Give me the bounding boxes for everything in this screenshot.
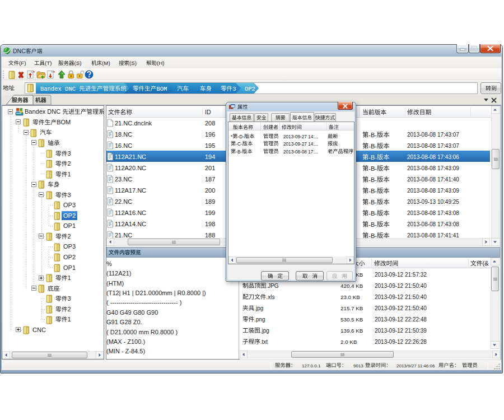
svg-text:(T12| H1 | D21.0000mm | R0.800: (T12| H1 | D21.0000mm | R0.8000 |) — [106, 290, 206, 296]
svg-text:2013-09-13 10:49:25: 2013-09-13 10:49:25 — [407, 199, 459, 205]
svg-text:201: 201 — [205, 165, 215, 171]
svg-text:3: 3 — [67, 150, 71, 157]
svg-text:(HTM): (HTM) — [106, 280, 124, 287]
svg-text:OP2: OP2 — [63, 212, 76, 219]
svg-text:2013/9/27 11:46:06: 2013/9/27 11:46:06 — [396, 363, 435, 368]
svg-text:OP2: OP2 — [63, 254, 76, 260]
svg-text:-B-: -B- — [368, 221, 377, 227]
svg-text:187: 187 — [205, 176, 215, 183]
svg-text:*: * — [231, 134, 233, 139]
svg-text:OP1: OP1 — [63, 222, 76, 229]
svg-text:.xls: .xls — [266, 294, 274, 300]
svg-text:G91 G28 Z0.: G91 G28 Z0. — [106, 319, 142, 325]
svg-text:2013-08-08 17:43:09: 2013-08-08 17:43:09 — [407, 165, 459, 171]
svg-text:3: 3 — [232, 86, 236, 92]
svg-text:2013-08-08 17:41:40: 2013-08-08 17:41:40 — [407, 176, 459, 183]
svg-text:139.6 KB: 139.6 KB — [340, 328, 363, 334]
svg-text:2013-09-12 21:50:40: 2013-09-12 21:50:40 — [375, 305, 427, 311]
svg-text:23.0 KB: 23.0 KB — [340, 294, 360, 300]
svg-text:2013-09-12 21:50:40: 2013-09-12 21:50:40 — [375, 294, 427, 300]
svg-text:2013-09-12 22:22:48: 2013-09-12 22:22:48 — [375, 316, 427, 323]
svg-text:-B-: -B- — [368, 142, 377, 149]
svg-text:-B-: -B- — [368, 165, 377, 171]
svg-text:-B-: -B- — [368, 209, 377, 216]
svg-text:%: % — [106, 260, 112, 267]
svg-text:-B-: -B- — [236, 149, 242, 154]
svg-text:127.0.0.1: 127.0.0.1 — [302, 363, 321, 368]
svg-text:.txt: .txt — [260, 339, 268, 345]
svg-text:1: 1 — [67, 274, 71, 281]
svg-text:22.NC: 22.NC — [115, 198, 132, 205]
svg-text:2013-08-08 17:43:07: 2013-08-08 17:43:07 — [407, 132, 459, 138]
svg-text:2013-09-12 21:50:40: 2013-09-12 21:50:40 — [375, 283, 427, 289]
svg-text:G40 G49 G80 G90: G40 G49 G80 G90 — [106, 309, 158, 316]
svg-text:(H): (H) — [157, 60, 165, 66]
svg-text:2013-09-12 22:26:28: 2013-09-12 22:26:28 — [375, 339, 427, 345]
svg-text:196: 196 — [205, 131, 215, 138]
svg-text:.jpg: .jpg — [254, 305, 263, 311]
svg-text:215.7 KB: 215.7 KB — [340, 305, 363, 311]
svg-text:2013-08-08 17:43:08: 2013-08-08 17:43:08 — [407, 210, 459, 216]
svg-text:112A17.NC: 112A17.NC — [115, 187, 146, 194]
svg-text:21.NC.dnclnk: 21.NC.dnclnk — [115, 120, 152, 127]
svg-text:2013-08-08 17:...: 2013-08-08 17:... — [283, 149, 318, 154]
svg-text:-C-: -C- — [236, 142, 242, 147]
svg-text:2013-08-08 17:43:09: 2013-08-08 17:43:09 — [407, 188, 459, 194]
svg-text:.jpg: .jpg — [260, 328, 269, 334]
svg-text:198: 198 — [205, 221, 215, 227]
svg-text:200: 200 — [205, 187, 215, 194]
svg-text:.JPG: .JPG — [266, 283, 278, 289]
svg-text:420.4 KB: 420.4 KB — [340, 283, 363, 289]
svg-text:112A14.NC: 112A14.NC — [115, 221, 146, 227]
svg-text:112A21.NC: 112A21.NC — [115, 153, 146, 160]
svg-text:CNC: CNC — [32, 326, 46, 333]
svg-text:23.NC: 23.NC — [115, 176, 132, 183]
svg-text:-B-: -B- — [368, 176, 377, 183]
svg-text:OP2: OP2 — [245, 86, 255, 92]
svg-text:-B-: -B- — [368, 187, 377, 194]
svg-text:194: 194 — [205, 153, 215, 160]
svg-text:(&: (& — [483, 260, 489, 267]
svg-text:189: 189 — [205, 198, 215, 205]
svg-text:195: 195 — [205, 142, 215, 149]
svg-text:2013-09-27 14:...: 2013-09-27 14:... — [283, 134, 318, 139]
svg-text:BOM: BOM — [57, 119, 71, 125]
svg-text:1: 1 — [67, 316, 71, 323]
svg-text:16.NC: 16.NC — [115, 142, 132, 149]
svg-text:(112A21): (112A21) — [106, 270, 131, 277]
svg-text:OP1: OP1 — [63, 264, 76, 271]
svg-text:( D21.0000 mm R0.8000 ): ( D21.0000 mm R0.8000 ) — [106, 329, 178, 335]
svg-text:( ----------------------------: ( --------------------------------- ) — [106, 300, 181, 306]
svg-text:112A16.NC: 112A16.NC — [115, 209, 146, 216]
svg-text:2013-08-08 17:43:08: 2013-08-08 17:43:08 — [407, 221, 459, 227]
svg-text:2013-08-08 17:43:06: 2013-08-08 17:43:06 — [407, 154, 459, 160]
svg-text:3: 3 — [67, 295, 71, 302]
svg-text:-B-: -B- — [368, 153, 377, 160]
svg-text:199: 199 — [205, 209, 215, 216]
svg-text:OP3: OP3 — [63, 244, 76, 250]
svg-text:Bandex DNC: Bandex DNC — [40, 86, 76, 92]
svg-text:BOM: BOM — [156, 86, 167, 92]
svg-text:2013-08-08 17:43:07: 2013-08-08 17:43:07 — [407, 143, 459, 149]
svg-text:-B-: -B- — [368, 198, 377, 205]
svg-text:(T): (T) — [45, 60, 52, 66]
svg-text:9013: 9013 — [353, 363, 363, 368]
svg-text:(S): (S) — [129, 60, 137, 66]
svg-text:2: 2 — [67, 233, 71, 240]
svg-text:-D-: -D- — [238, 134, 245, 139]
svg-text:(F): (F) — [19, 60, 26, 66]
svg-text:2: 2 — [67, 160, 71, 167]
svg-text:(MAX - Z100.): (MAX - Z100.) — [106, 338, 145, 345]
svg-text:DNC: DNC — [13, 48, 26, 54]
svg-text:2013-09-12 21:57:32: 2013-09-12 21:57:32 — [375, 272, 427, 278]
svg-text:(M): (M) — [102, 60, 110, 66]
svg-text:OP3: OP3 — [63, 202, 76, 208]
svg-text:18.NC: 18.NC — [115, 131, 132, 138]
svg-text:2013-09-12 21:50:39: 2013-09-12 21:50:39 — [375, 328, 427, 334]
svg-text:-B-: -B- — [368, 131, 377, 138]
svg-text:112A20.NC: 112A20.NC — [115, 165, 146, 171]
svg-text:ID: ID — [205, 109, 211, 115]
svg-text:(S): (S) — [74, 60, 82, 66]
svg-text:Bandex DNC: Bandex DNC — [25, 108, 60, 115]
svg-text:.png: .png — [254, 316, 265, 323]
